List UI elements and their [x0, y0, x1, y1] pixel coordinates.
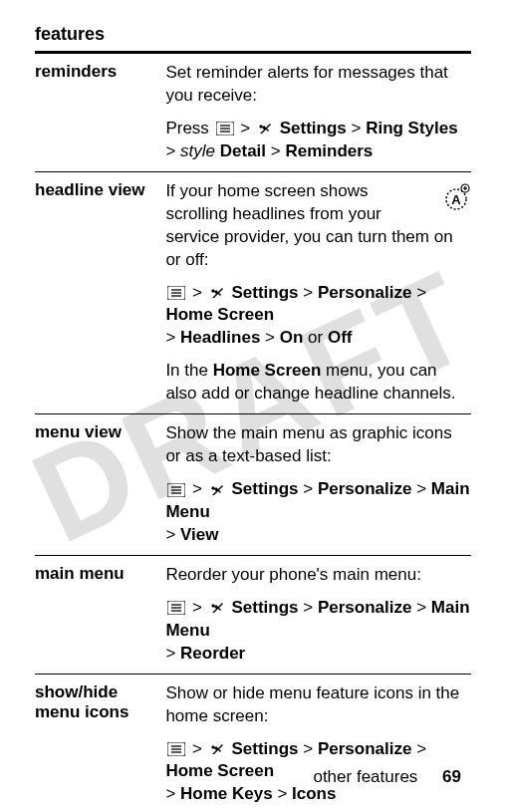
tools-icon	[209, 482, 225, 498]
path-settings: Settings	[232, 739, 299, 758]
path-or: or	[303, 328, 328, 347]
finger-a-icon: A	[441, 182, 471, 212]
path-home: Home Screen	[165, 305, 274, 324]
reminders-path: Press > Settings > Ring Styles > style D…	[165, 118, 471, 163]
table-row: show/hide menu icons Show or hide menu f…	[35, 674, 471, 812]
path-on: On	[280, 328, 304, 347]
table-row: main menu Reorder your phone's main menu…	[35, 555, 471, 674]
path-home: Home Screen	[165, 761, 274, 780]
path-off: Off	[328, 328, 353, 347]
row-label-showhide: show/hide menu icons	[35, 674, 165, 812]
menu-key-icon	[167, 601, 185, 615]
p2b: Home Screen	[213, 361, 322, 380]
mainmenu-path: > Settings > Personalize > Main Menu > R…	[165, 597, 471, 666]
headline-path: > Settings > Personalize > Home Screen >…	[165, 282, 471, 351]
path-sep: >	[411, 598, 430, 617]
path-sep: >	[411, 479, 430, 498]
menu-key-icon	[167, 742, 185, 756]
path-personalize: Personalize	[318, 283, 412, 302]
path-settings: Settings	[232, 479, 299, 498]
path-sep: >	[266, 141, 285, 160]
p2a: In the	[165, 361, 212, 380]
showhide-text: Show or hide menu feature icons in the h…	[165, 682, 471, 728]
path-prefix: Press	[165, 119, 213, 137]
menuview-text: Show the main menu as graphic icons or a…	[165, 422, 471, 468]
table-row: headline view A If your home screen show…	[35, 171, 471, 413]
path-sep: >	[187, 739, 206, 758]
path-settings: Settings	[232, 598, 299, 617]
row-desc-mainmenu: Reorder your phone's main menu: > Settin…	[165, 555, 471, 674]
path-sep: >	[260, 328, 279, 347]
headline-para2: In the Home Screen menu, you can also ad…	[165, 360, 471, 406]
showhide-path: > Settings > Personalize > Home Screen >…	[165, 738, 471, 807]
path-icons: Icons	[292, 784, 336, 803]
mainmenu-text: Reorder your phone's main menu:	[165, 564, 471, 587]
path-view: View	[180, 525, 218, 544]
path-reorder: Reorder	[180, 644, 245, 663]
path-sep: >	[187, 598, 206, 617]
path-ring: Ring Styles	[366, 119, 458, 137]
row-desc-headline: A If your home screen shows scrolling he…	[165, 171, 471, 413]
path-sep: >	[273, 784, 292, 803]
table-header: features	[35, 20, 471, 53]
path-sep: >	[411, 739, 426, 758]
path-sep: >	[236, 119, 255, 137]
headline-text: A If your home screen shows scrolling he…	[165, 180, 471, 272]
table-row: menu view Show the main menu as graphic …	[35, 414, 471, 556]
path-detail: Detail	[220, 141, 266, 160]
path-sep: >	[187, 283, 206, 302]
row-label-headline: headline view	[35, 171, 165, 413]
menu-key-icon	[167, 483, 185, 497]
table-row: reminders Set reminder alerts for messag…	[35, 53, 471, 172]
row-desc-reminders: Set reminder alerts for messages that yo…	[165, 53, 471, 172]
svg-text:A: A	[451, 192, 461, 207]
tools-icon	[209, 600, 225, 616]
row-desc-menuview: Show the main menu as graphic icons or a…	[165, 414, 471, 556]
reminders-text: Set reminder alerts for messages that yo…	[165, 62, 471, 108]
features-table: features reminders Set reminder alerts f…	[35, 20, 471, 812]
row-label-reminders: reminders	[35, 53, 165, 172]
row-label-menuview: menu view	[35, 414, 165, 556]
path-sep: >	[187, 479, 206, 498]
path-sep: >	[347, 119, 366, 137]
path-homekeys: Home Keys	[180, 784, 273, 803]
path-personalize: Personalize	[318, 479, 412, 498]
path-settings: Settings	[232, 283, 299, 302]
path-reminders: Reminders	[285, 141, 373, 160]
tools-icon	[257, 121, 273, 136]
path-sep: >	[299, 479, 318, 498]
menuview-path: > Settings > Personalize > Main Menu > V…	[165, 478, 471, 547]
path-sep: >	[299, 598, 318, 617]
page-content: features reminders Set reminder alerts f…	[35, 20, 471, 812]
path-headlines: Headlines	[180, 328, 260, 347]
path-personalize: Personalize	[318, 598, 412, 617]
path-sep: >	[411, 283, 426, 302]
menu-key-icon	[216, 122, 234, 135]
path-style: style	[180, 141, 215, 160]
path-sep: >	[299, 283, 318, 302]
tools-icon	[209, 285, 225, 301]
row-label-mainmenu: main menu	[35, 555, 165, 674]
headline-para1: If your home screen shows scrolling head…	[165, 181, 452, 269]
menu-key-icon	[167, 286, 185, 300]
row-desc-showhide: Show or hide menu feature icons in the h…	[165, 674, 471, 812]
tools-icon	[209, 741, 225, 757]
path-settings: Settings	[280, 119, 347, 137]
path-personalize: Personalize	[318, 739, 412, 758]
path-sep: >	[299, 739, 318, 758]
